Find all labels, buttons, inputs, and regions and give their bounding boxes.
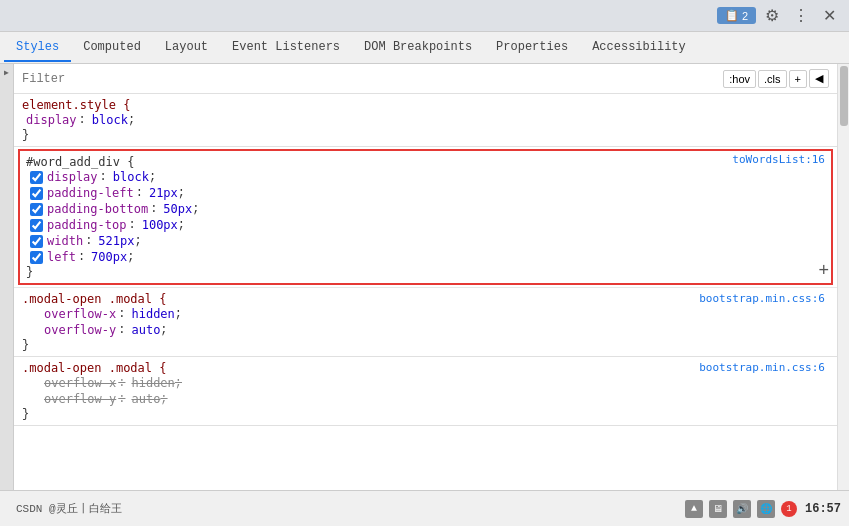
taskbar-icon-4: 🌐	[757, 500, 775, 518]
source-link-4[interactable]: bootstrap.min.css:6	[699, 361, 825, 374]
closing-brace-2: }	[26, 265, 825, 279]
tab-layout[interactable]: Layout	[153, 34, 220, 62]
selector-element-style: element.style {	[22, 98, 829, 112]
rule-block-word-add-div-outer: toWordsList:16 #word_add_div { display :…	[14, 149, 837, 288]
prop-value-overflow-x-2: hidden	[131, 376, 174, 390]
tab-computed[interactable]: Computed	[71, 34, 153, 62]
devtools-tabs: Styles Computed Layout Event Listeners D…	[0, 32, 849, 64]
prop-name-overflow-x-2: overflow-x	[44, 376, 116, 390]
prop-name-overflow-x-1: overflow-x	[44, 307, 116, 321]
styles-content: :hov .cls + ◀ element.style { display : …	[14, 64, 837, 490]
prop-line-display: display : block ;	[26, 169, 825, 185]
taskbar-icon-3: 🔊	[733, 500, 751, 518]
tab-styles[interactable]: Styles	[4, 34, 71, 62]
scrollbar[interactable]	[837, 64, 849, 490]
hov-button[interactable]: :hov	[723, 70, 756, 88]
tab-dom-breakpoints[interactable]: DOM Breakpoints	[352, 34, 484, 62]
add-style-button[interactable]: +	[818, 261, 829, 279]
chrome-topbar: 📋 2 ⚙ ⋮ ✕	[0, 0, 849, 32]
prop-value-overflow-y-1: auto	[131, 323, 160, 337]
filter-input[interactable]	[22, 72, 719, 86]
more-button[interactable]: ⋮	[788, 4, 814, 27]
main-content: ▶ :hov .cls + ◀ element.style { di	[0, 64, 849, 490]
closing-brace-3: }	[22, 338, 829, 352]
source-link-3[interactable]: bootstrap.min.css:6	[699, 292, 825, 305]
checkbox-padding-bottom[interactable]	[30, 203, 43, 216]
prop-value-display2: block	[113, 170, 149, 184]
prop-value-padding-top: 100px	[142, 218, 178, 232]
filter-bar: :hov .cls + ◀	[14, 64, 837, 94]
checkbox-width[interactable]	[30, 235, 43, 248]
settings-button[interactable]: ⚙	[760, 4, 784, 27]
prop-value-width: 521px	[98, 234, 134, 248]
filter-buttons: :hov .cls + ◀	[723, 69, 829, 88]
prop-line-overflow-x-1: overflow-x : hidden ;	[22, 306, 829, 322]
rule-block-modal-1: bootstrap.min.css:6 .modal-open .modal {…	[14, 288, 837, 357]
prop-line-padding-bottom: padding-bottom : 50px ;	[26, 201, 825, 217]
tab-properties[interactable]: Properties	[484, 34, 580, 62]
prop-name-display2: display	[47, 170, 98, 184]
taskbar-brand: CSDN @灵丘丨白给王	[8, 501, 677, 516]
prop-name-width: width	[47, 234, 83, 248]
prop-value-overflow-x-1: hidden	[131, 307, 174, 321]
devtools-container: Styles Computed Layout Event Listeners D…	[0, 32, 849, 490]
styles-panel: element.style { display : block ; } toWo…	[14, 94, 837, 490]
left-arrow-icon[interactable]: ▶	[4, 68, 9, 77]
rule-source-3: bootstrap.min.css:6	[699, 292, 825, 305]
rule-source-4: bootstrap.min.css:6	[699, 361, 825, 374]
panel-toggle-button[interactable]: ◀	[809, 69, 829, 88]
notification-badge: 1	[781, 501, 797, 517]
devtools-badge-button[interactable]: 📋 2	[717, 7, 756, 24]
taskbar-icon-1: ▲	[685, 500, 703, 518]
prop-value-padding-left: 21px	[149, 186, 178, 200]
prop-line-overflow-y-2: overflow-y : auto ;	[22, 391, 829, 407]
taskbar-icon-2: 🖥	[709, 500, 727, 518]
cls-button[interactable]: .cls	[758, 70, 787, 88]
checkbox-padding-left[interactable]	[30, 187, 43, 200]
highlighted-block-word-add-div: #word_add_div { display : block ; paddin…	[18, 149, 833, 285]
property-display-block: display : block ;	[22, 112, 829, 128]
left-tab-indicator: ▶	[0, 64, 14, 490]
prop-line-padding-top: padding-top : 100px ;	[26, 217, 825, 233]
selector-word-add-div: #word_add_div {	[26, 155, 825, 169]
prop-name-overflow-y-2: overflow-y	[44, 392, 116, 406]
prop-value-overflow-y-2: auto	[131, 392, 160, 406]
closing-brace-4: }	[22, 407, 829, 421]
closing-brace-1: }	[22, 128, 829, 142]
close-button[interactable]: ✕	[818, 4, 841, 27]
prop-name-padding-bottom: padding-bottom	[47, 202, 148, 216]
prop-line-width: width : 521px ;	[26, 233, 825, 249]
prop-line-overflow-x-2: overflow-x : hidden ;	[22, 375, 829, 391]
badge-icon: 📋	[725, 9, 739, 22]
taskbar-time: 16:57	[805, 502, 841, 516]
prop-value-block: block	[92, 113, 128, 127]
prop-value-left: 700px	[91, 250, 127, 264]
checkbox-left[interactable]	[30, 251, 43, 264]
new-style-button[interactable]: +	[789, 70, 807, 88]
prop-line-overflow-y-1: overflow-y : auto ;	[22, 322, 829, 338]
checkbox-display[interactable]	[30, 171, 43, 184]
prop-name-left: left	[47, 250, 76, 264]
rule-block-modal-2: bootstrap.min.css:6 .modal-open .modal {…	[14, 357, 837, 426]
prop-line-left: left : 700px ;	[26, 249, 825, 265]
badge-count: 2	[742, 10, 748, 22]
taskbar-icons: ▲ 🖥 🔊 🌐 1	[685, 500, 797, 518]
scrollbar-thumb[interactable]	[840, 66, 848, 126]
tab-accessibility[interactable]: Accessibility	[580, 34, 698, 62]
prop-name-overflow-y-1: overflow-y	[44, 323, 116, 337]
prop-line-padding-left: padding-left : 21px ;	[26, 185, 825, 201]
rule-block-element-style: element.style { display : block ; }	[14, 94, 837, 147]
prop-name-padding-left: padding-left	[47, 186, 134, 200]
prop-name-display: display	[26, 113, 77, 127]
tab-event-listeners[interactable]: Event Listeners	[220, 34, 352, 62]
prop-value-padding-bottom: 50px	[163, 202, 192, 216]
prop-name-padding-top: padding-top	[47, 218, 126, 232]
taskbar: CSDN @灵丘丨白给王 ▲ 🖥 🔊 🌐 1 16:57	[0, 490, 849, 526]
checkbox-padding-top[interactable]	[30, 219, 43, 232]
